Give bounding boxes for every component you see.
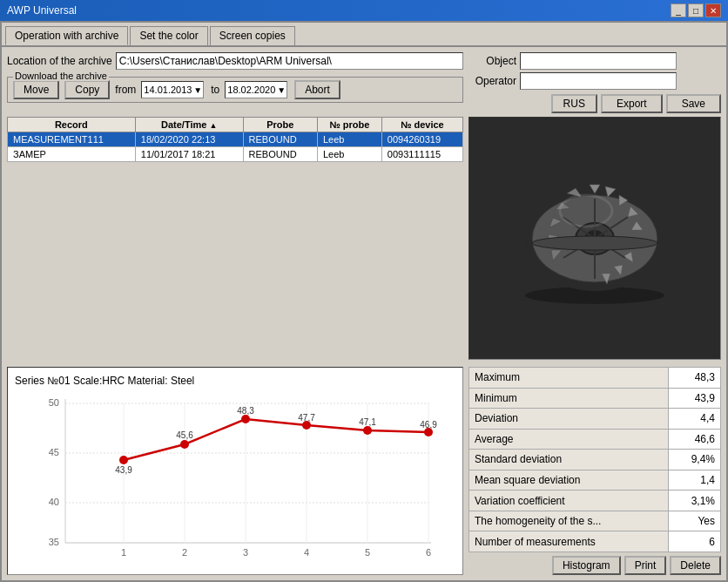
export-button[interactable]: Export — [601, 94, 663, 113]
svg-text:47,1: 47,1 — [359, 417, 376, 427]
svg-point-26 — [532, 236, 657, 250]
copy-button[interactable]: Copy — [64, 80, 110, 99]
svg-marker-5 — [590, 185, 600, 193]
stats-panel: Maximum48,3Minimum43,9Deviation4,4Averag… — [468, 367, 721, 575]
svg-text:2: 2 — [182, 547, 187, 558]
svg-text:40: 40 — [49, 497, 59, 507]
svg-point-51 — [241, 415, 250, 423]
col-device[interactable]: № device — [381, 118, 462, 132]
cutter-image — [468, 117, 721, 360]
stats-row: The homogeneity of the s...Yes — [469, 511, 721, 531]
close-btn[interactable]: ✕ — [705, 3, 721, 17]
svg-point-50 — [180, 440, 189, 449]
print-button[interactable]: Print — [624, 556, 667, 575]
col-record[interactable]: Record — [8, 118, 136, 132]
rus-button[interactable]: RUS — [551, 94, 597, 113]
tab-screen-copies[interactable]: Screen copies — [210, 26, 295, 45]
records-table: Record Date/Time ▲ Probe № probe № devic… — [7, 117, 463, 162]
stats-row: Deviation4,4 — [469, 409, 721, 430]
stats-row: Mean square deviation1,4 — [469, 470, 721, 491]
svg-point-49 — [119, 456, 128, 464]
table-row[interactable]: MEASUREMENT11118/02/2020 22:13REBOUNDLee… — [8, 132, 463, 147]
tab-set-color[interactable]: Set the color — [130, 26, 207, 45]
maximize-btn[interactable]: □ — [688, 3, 704, 17]
svg-text:3: 3 — [243, 547, 248, 558]
svg-text:46,9: 46,9 — [420, 420, 437, 430]
table-row[interactable]: ЗАМЕР11/01/2017 18:21REBOUNDLeeb00931111… — [8, 147, 463, 162]
stats-row: Average46,6 — [469, 429, 721, 450]
svg-text:6: 6 — [426, 547, 431, 558]
location-label: Location of the archive — [7, 55, 112, 67]
move-button[interactable]: Move — [13, 80, 59, 99]
svg-text:45: 45 — [49, 447, 59, 457]
col-probe[interactable]: Probe — [243, 118, 317, 132]
operator-input[interactable] — [520, 72, 677, 90]
stats-row: Standard deviation9,4% — [469, 450, 721, 470]
svg-point-53 — [363, 426, 372, 435]
stats-row: Number of measurements6 — [469, 531, 721, 552]
delete-button[interactable]: Delete — [670, 556, 721, 575]
save-button[interactable]: Save — [666, 94, 721, 113]
stats-row: Maximum48,3 — [469, 368, 721, 389]
svg-text:45,6: 45,6 — [176, 430, 193, 440]
window-title: AWP Universal — [7, 4, 77, 17]
svg-text:5: 5 — [365, 547, 370, 558]
tab-operation-archive[interactable]: Operation with archive — [5, 26, 128, 45]
dropdown-to-icon[interactable]: ▼ — [277, 85, 286, 95]
svg-text:1: 1 — [121, 547, 126, 558]
to-label: to — [211, 84, 219, 96]
stats-row: Variation coefficient3,1% — [469, 491, 721, 511]
histogram-button[interactable]: Histogram — [552, 556, 621, 575]
object-input[interactable] — [520, 52, 677, 70]
svg-text:48,3: 48,3 — [237, 406, 254, 416]
from-label: from — [115, 84, 136, 96]
svg-text:35: 35 — [49, 537, 59, 547]
download-label: Download the archive — [13, 71, 109, 81]
svg-text:43,9: 43,9 — [115, 465, 132, 475]
svg-text:50: 50 — [49, 397, 59, 408]
archive-path-input[interactable] — [116, 52, 463, 70]
svg-text:47,7: 47,7 — [298, 413, 315, 423]
abort-button[interactable]: Abort — [294, 80, 340, 99]
object-label: Object — [468, 55, 516, 67]
stats-row: Minimum43,9 — [469, 388, 721, 409]
svg-marker-6 — [605, 186, 616, 197]
chart-area: Series №01 Scale:HRC Material: Steel 50 — [7, 367, 463, 575]
col-datetime[interactable]: Date/Time ▲ — [135, 118, 243, 132]
operator-label: Operator — [468, 75, 516, 87]
minimize-btn[interactable]: _ — [671, 3, 686, 17]
svg-text:4: 4 — [304, 547, 309, 558]
chart-title: Series №01 Scale:HRC Material: Steel — [15, 375, 455, 387]
col-probe-num[interactable]: № probe — [317, 118, 381, 132]
dropdown-from-icon[interactable]: ▼ — [193, 85, 202, 95]
